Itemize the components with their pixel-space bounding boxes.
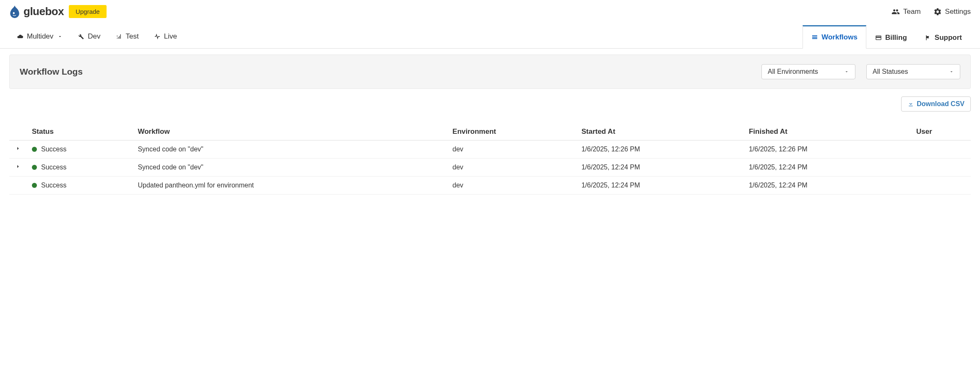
filter-panel: Workflow Logs All Environments All Statu… [9,55,971,89]
env-tab-dev[interactable]: Dev [70,26,108,47]
expand-cell [9,140,29,159]
team-label: Team [903,8,921,16]
env-tab-multidev-label: Multidev [27,32,53,41]
top-bar-right: Team Settings [891,8,971,16]
settings-link[interactable]: Settings [933,8,971,16]
workflow-table: Status Workflow Environment Started At F… [9,123,971,195]
wrench-icon [78,33,84,40]
download-icon [907,101,914,107]
status-dot-icon [32,147,37,152]
status-filter[interactable]: All Statuses [866,64,960,79]
download-csv-label: Download CSV [917,100,964,108]
tab-billing[interactable]: Billing [866,25,916,49]
chevron-right-icon [15,146,21,151]
env-tab-live-label: Live [164,32,177,41]
card-icon [875,34,882,41]
started-cell: 1/6/2025, 12:24 PM [578,177,745,195]
expand-toggle[interactable] [15,164,21,169]
env-tab-test[interactable]: Test [108,26,146,47]
beaker-icon [116,33,122,40]
gear-icon [933,8,942,16]
started-cell: 1/6/2025, 12:26 PM [578,140,745,159]
nav-bar: Multidev Dev Test Live Workflows Billing… [0,25,980,49]
table-row: SuccessSynced code on "dev"dev1/6/2025, … [9,140,971,159]
finished-cell: 1/6/2025, 12:26 PM [745,140,913,159]
top-bar-left: gluebox Upgrade [9,5,107,18]
cloud-icon [17,33,23,40]
tab-billing-label: Billing [885,34,907,42]
chevron-down-icon [949,69,954,74]
drupal-icon [9,5,20,18]
team-icon [891,8,900,16]
workflow-cell: Synced code on "dev" [134,159,449,177]
env-tabs: Multidev Dev Test Live [9,26,185,47]
environment-filter-value: All Environments [768,68,818,75]
tab-support[interactable]: Support [916,25,971,49]
upgrade-button[interactable]: Upgrade [69,5,107,18]
status-text: Success [41,182,66,189]
table-row: SuccessUpdated pantheon.yml for environm… [9,177,971,195]
environment-cell: dev [449,177,578,195]
env-tab-live[interactable]: Live [146,26,185,47]
finished-cell: 1/6/2025, 12:24 PM [745,159,913,177]
status-filter-value: All Statuses [873,68,908,75]
status-cell: Success [29,177,134,195]
col-status: Status [29,123,134,140]
actions-bar: Download CSV [9,96,971,112]
col-started: Started At [578,123,745,140]
workflow-cell: Synced code on "dev" [134,140,449,159]
chevron-down-icon [844,69,849,74]
environment-cell: dev [449,140,578,159]
user-cell [913,177,971,195]
tab-workflows[interactable]: Workflows [803,25,866,49]
content: Workflow Logs All Environments All Statu… [0,49,980,205]
list-icon [811,34,818,41]
col-environment: Environment [449,123,578,140]
download-csv-button[interactable]: Download CSV [901,96,971,112]
site-name: gluebox [23,5,64,18]
started-cell: 1/6/2025, 12:24 PM [578,159,745,177]
page-title: Workflow Logs [20,67,83,77]
status-cell: Success [29,140,134,159]
tab-workflows-label: Workflows [821,33,858,42]
team-link[interactable]: Team [891,8,921,16]
expand-cell [9,159,29,177]
expand-toggle[interactable] [15,146,21,151]
status-dot-icon [32,165,37,170]
chevron-right-icon [15,164,21,169]
pulse-icon [154,33,161,40]
col-user: User [913,123,971,140]
finished-cell: 1/6/2025, 12:24 PM [745,177,913,195]
chevron-down-icon [57,34,63,39]
env-tab-dev-label: Dev [88,32,100,41]
settings-label: Settings [945,8,971,16]
col-workflow: Workflow [134,123,449,140]
status-text: Success [41,146,66,153]
user-cell [913,140,971,159]
status-text: Success [41,164,66,171]
status-cell: Success [29,159,134,177]
status-dot-icon [32,183,37,188]
filter-controls: All Environments All Statuses [761,64,960,79]
main-tabs: Workflows Billing Support [803,25,971,48]
environment-filter[interactable]: All Environments [761,64,855,79]
top-bar: gluebox Upgrade Team Settings [0,0,980,21]
col-finished: Finished At [745,123,913,140]
workflow-cell: Updated pantheon.yml for environment [134,177,449,195]
site-logo[interactable]: gluebox [9,5,64,18]
env-tab-multidev[interactable]: Multidev [9,26,70,47]
expand-cell [9,177,29,195]
tab-support-label: Support [935,34,962,42]
table-row: SuccessSynced code on "dev"dev1/6/2025, … [9,159,971,177]
user-cell [913,159,971,177]
environment-cell: dev [449,159,578,177]
table-header-row: Status Workflow Environment Started At F… [9,123,971,140]
col-expand [9,123,29,140]
flag-icon [925,34,931,41]
env-tab-test-label: Test [126,32,139,41]
